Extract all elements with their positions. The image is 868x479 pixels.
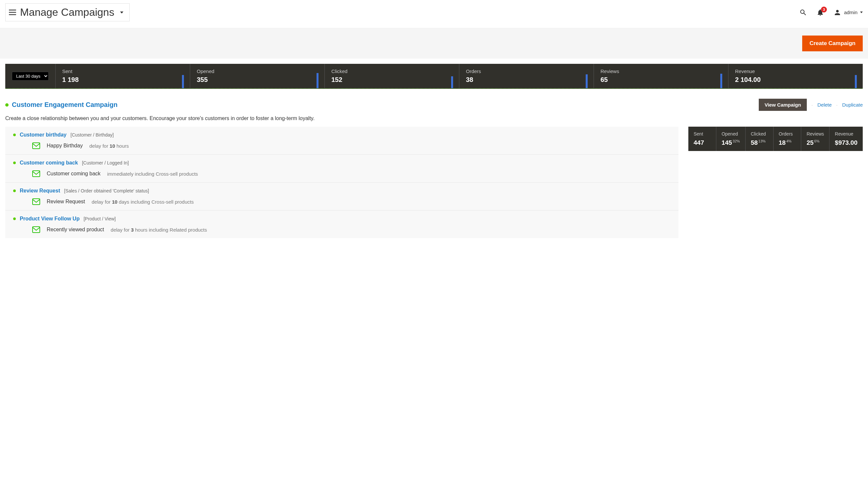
notifications-button[interactable]: 3 bbox=[816, 8, 824, 17]
rule-item: Review Request [Sales / Order obtained '… bbox=[5, 183, 679, 211]
search-icon bbox=[799, 8, 807, 17]
sparkline-icon bbox=[316, 72, 318, 88]
mini-stat-pct: 13% bbox=[758, 139, 766, 143]
stat-value: 355 bbox=[197, 76, 318, 84]
rule-condition: [Customer / Birthday] bbox=[70, 132, 114, 137]
campaign-block: Customer Engagement Campaign View Campai… bbox=[5, 99, 863, 238]
mini-stat-label: Clicked bbox=[751, 131, 768, 136]
rule-detail: Review Request delay for 10 days includi… bbox=[13, 198, 671, 205]
sparkline-icon bbox=[586, 72, 588, 88]
rule-detail: Customer coming back immediately includi… bbox=[13, 170, 671, 177]
status-dot-icon bbox=[13, 162, 16, 164]
page-header: Manage Campaigns 3 admin bbox=[0, 0, 868, 28]
stat-value: 152 bbox=[331, 76, 453, 84]
user-name: admin bbox=[844, 9, 858, 15]
email-title: Recently viewed product bbox=[47, 227, 104, 232]
campaign-body: Customer birthday [Customer / Birthday] … bbox=[5, 127, 863, 238]
status-dot-icon bbox=[5, 103, 8, 106]
mini-stat-label: Opened bbox=[721, 131, 740, 136]
mini-stat-cell: Clicked 5813% bbox=[746, 127, 774, 151]
mini-stat-cell: Sent 447 bbox=[688, 127, 716, 151]
caret-down-icon bbox=[120, 11, 123, 13]
email-meta: delay for 10 days including Cross-sell p… bbox=[92, 199, 194, 204]
rule-condition: [Customer / Logged In] bbox=[82, 160, 129, 165]
svg-rect-1 bbox=[33, 171, 40, 177]
campaign-title-link[interactable]: Customer Engagement Campaign bbox=[12, 101, 118, 108]
status-dot-icon bbox=[13, 134, 16, 136]
rule-detail: Happy Birthday delay for 10 hours bbox=[13, 142, 671, 149]
sparkline-icon bbox=[855, 72, 857, 88]
user-icon bbox=[833, 8, 841, 17]
rule-head: Customer coming back [Customer / Logged … bbox=[13, 160, 671, 166]
period-select[interactable]: Last 30 days bbox=[12, 72, 49, 81]
mail-icon bbox=[32, 170, 40, 177]
stat-cell: Orders 38 bbox=[459, 64, 594, 88]
view-campaign-button[interactable]: View Campaign bbox=[759, 99, 807, 111]
stats-bar: Last 30 days Sent 1 198 Opened 355 Click… bbox=[5, 64, 863, 89]
svg-rect-0 bbox=[33, 143, 40, 149]
delete-link[interactable]: Delete bbox=[817, 102, 832, 107]
mini-stat-value: 256% bbox=[806, 139, 824, 147]
page-title: Manage Campaigns bbox=[20, 6, 114, 19]
duplicate-link[interactable]: Duplicate bbox=[842, 102, 863, 107]
rule-detail: Recently viewed product delay for 3 hour… bbox=[13, 226, 671, 233]
campaign-title-wrap: Customer Engagement Campaign bbox=[5, 101, 118, 108]
separator: · bbox=[836, 102, 838, 107]
email-title: Happy Birthday bbox=[47, 143, 83, 149]
stat-label: Orders bbox=[466, 68, 587, 74]
campaign-actions: View Campaign · Delete · Duplicate bbox=[759, 99, 863, 111]
menu-icon[interactable] bbox=[9, 9, 16, 15]
rule-item: Product View Follow Up [Product / View] … bbox=[5, 211, 679, 238]
stat-value: 2 104.00 bbox=[735, 76, 856, 84]
rule-name-link[interactable]: Customer coming back bbox=[20, 160, 78, 166]
page-title-dropdown[interactable]: Manage Campaigns bbox=[5, 3, 130, 21]
email-title: Review Request bbox=[47, 199, 85, 204]
mini-stat-cell: Opened 14532% bbox=[716, 127, 746, 151]
stat-cell: Clicked 152 bbox=[325, 64, 459, 88]
campaign-description: Create a close relationship between you … bbox=[5, 116, 863, 121]
mini-stat-value: 14532% bbox=[721, 139, 740, 147]
status-dot-icon bbox=[13, 218, 16, 220]
stat-label: Reviews bbox=[600, 68, 721, 74]
mail-icon bbox=[32, 142, 40, 149]
stat-label: Revenue bbox=[735, 68, 856, 74]
email-title: Customer coming back bbox=[47, 171, 101, 177]
mini-stat-cell: Orders 184% bbox=[774, 127, 802, 151]
svg-rect-3 bbox=[33, 227, 40, 232]
rule-condition: [Sales / Order obtained 'Complete' statu… bbox=[64, 188, 149, 193]
email-meta: immediately including Cross-sell product… bbox=[107, 171, 198, 177]
header-actions: 3 admin bbox=[799, 8, 863, 17]
rule-condition: [Product / View] bbox=[84, 216, 116, 221]
stat-value: 38 bbox=[466, 76, 587, 84]
caret-down-icon bbox=[860, 11, 863, 13]
rule-item: Customer coming back [Customer / Logged … bbox=[5, 155, 679, 183]
mini-stat-cell: Revenue $973.00 bbox=[830, 127, 863, 151]
sparkline-icon bbox=[182, 72, 184, 88]
svg-rect-2 bbox=[33, 199, 40, 204]
mail-icon bbox=[32, 226, 40, 233]
rule-head: Review Request [Sales / Order obtained '… bbox=[13, 188, 671, 194]
mini-stat-label: Revenue bbox=[835, 131, 858, 136]
separator: · bbox=[811, 102, 813, 107]
rules-list: Customer birthday [Customer / Birthday] … bbox=[5, 127, 679, 238]
stat-cell: Revenue 2 104.00 bbox=[728, 64, 863, 88]
status-dot-icon bbox=[13, 190, 16, 192]
campaign-stats-table: Sent 447 Opened 14532% Clicked 5813% Ord… bbox=[688, 127, 863, 151]
stat-label: Clicked bbox=[331, 68, 453, 74]
rule-name-link[interactable]: Review Request bbox=[20, 188, 60, 194]
mini-stat-label: Sent bbox=[693, 131, 711, 136]
notification-badge: 3 bbox=[821, 7, 827, 12]
stat-cell: Sent 1 198 bbox=[56, 64, 190, 88]
email-meta: delay for 10 hours bbox=[89, 143, 129, 149]
search-button[interactable] bbox=[799, 8, 807, 17]
mini-stat-value: $973.00 bbox=[835, 139, 858, 147]
rule-head: Customer birthday [Customer / Birthday] bbox=[13, 132, 671, 138]
create-campaign-button[interactable]: Create Campaign bbox=[802, 35, 863, 51]
rule-name-link[interactable]: Customer birthday bbox=[20, 132, 66, 138]
rule-name-link[interactable]: Product View Follow Up bbox=[20, 216, 80, 222]
user-menu[interactable]: admin bbox=[833, 8, 863, 17]
campaign-header: Customer Engagement Campaign View Campai… bbox=[5, 99, 863, 111]
stat-label: Sent bbox=[62, 68, 183, 74]
stat-value: 65 bbox=[600, 76, 721, 84]
sparkline-icon bbox=[451, 72, 453, 88]
